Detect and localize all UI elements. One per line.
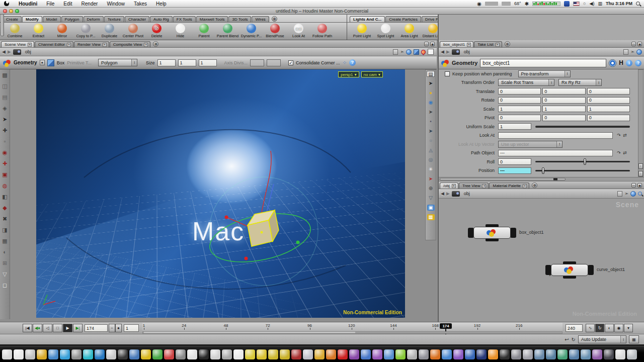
- left-tool-12-icon[interactable]: ◆: [2, 204, 9, 211]
- left-tool-6-icon[interactable]: ▫: [2, 138, 9, 145]
- scene-pane-tab-render-view[interactable]: Render View×: [74, 41, 109, 47]
- menu-houdini[interactable]: Houdini: [14, 1, 42, 7]
- temperature-reading[interactable]: 68°: [514, 1, 521, 6]
- network-context-icon[interactable]: [13, 49, 21, 55]
- dock-app-19-icon[interactable]: [222, 349, 232, 359]
- param-rotate-z-field[interactable]: 0: [587, 97, 630, 104]
- frame-decrement-button[interactable]: −: [109, 324, 115, 332]
- dock-app-50-icon[interactable]: [581, 349, 591, 359]
- right-tool-13-icon[interactable]: ▽: [427, 195, 434, 201]
- node-right-flags[interactable]: [510, 228, 516, 238]
- right-tool-10-icon[interactable]: ✳: [427, 166, 434, 172]
- dock-app-18-icon[interactable]: [210, 349, 220, 359]
- dock-app-40-icon[interactable]: [465, 349, 475, 359]
- shelf-tab-polygon[interactable]: Polygon: [61, 16, 83, 22]
- dock-app-46-icon[interactable]: [534, 349, 544, 359]
- dock-app-44-icon[interactable]: [511, 349, 521, 359]
- dock-app-48-icon[interactable]: [557, 349, 568, 359]
- dock-app-21-icon[interactable]: [245, 349, 255, 359]
- window-titlebar[interactable]: untitled.hip – Houdini Master Non-Commer…: [0, 8, 644, 15]
- tab-close-icon[interactable]: ×: [496, 43, 500, 47]
- shelf-tab-texture[interactable]: Texture: [104, 16, 124, 22]
- network-node-curve-object1[interactable]: curve_object1: [545, 262, 594, 278]
- points-cluster-icon[interactable]: ⁘: [343, 60, 347, 65]
- keyframe-button[interactable]: ◉: [614, 324, 623, 332]
- dock-app-38-icon[interactable]: [442, 349, 452, 359]
- dock-app-12-icon[interactable]: [141, 349, 151, 359]
- volume-icon[interactable]: ◀): [590, 1, 595, 6]
- shelf-left-add-tab-button[interactable]: ⊕: [272, 16, 277, 22]
- right-tool-14-icon[interactable]: ▣: [427, 205, 435, 211]
- timeline-scrollbar[interactable]: [142, 331, 562, 334]
- menu-edit[interactable]: Edit: [59, 1, 76, 7]
- node-body[interactable]: [473, 227, 511, 239]
- context-dropdown-button[interactable]: ▾: [40, 60, 45, 65]
- dock-app-5-icon[interactable]: [60, 349, 70, 359]
- left-tool-5-icon[interactable]: ✚: [2, 127, 9, 134]
- istat-icon[interactable]: ▥: [598, 1, 602, 6]
- primitive-mode-dropdown[interactable]: Polygon↕: [98, 59, 137, 66]
- undo-icon[interactable]: ↩: [565, 337, 569, 342]
- back-arrow-icon[interactable]: ◀: [2, 49, 6, 54]
- param-hscroll-thumb[interactable]: [440, 178, 566, 180]
- dock-app-0-icon[interactable]: [2, 349, 12, 359]
- position-field[interactable]: ---: [498, 167, 531, 174]
- position-slider-handle[interactable]: [542, 167, 544, 174]
- menu-window[interactable]: Window: [102, 1, 129, 7]
- history-button[interactable]: H: [619, 59, 623, 66]
- uniform-scale-slider[interactable]: [535, 126, 630, 128]
- network-pane-tab-obj[interactable]: /obj×: [440, 183, 458, 189]
- uniform-scale-field[interactable]: 1: [498, 123, 531, 130]
- dock-app-23-icon[interactable]: [268, 349, 278, 359]
- size-x-field[interactable]: 1: [157, 59, 176, 66]
- dock-app-41-icon[interactable]: [476, 349, 487, 359]
- prev-key-button[interactable]: ◀●: [33, 324, 42, 332]
- range-end-field[interactable]: 240: [566, 324, 583, 332]
- forward-arrow-icon[interactable]: ▶: [8, 49, 11, 54]
- dock-app-29-icon[interactable]: [338, 349, 348, 359]
- shelf-tab-fx-tools[interactable]: FX Tools: [173, 16, 196, 22]
- right-tool-15-icon[interactable]: ▦: [427, 214, 435, 220]
- dock-app-52-icon[interactable]: [604, 349, 614, 359]
- right-tool-5-icon[interactable]: •: [427, 119, 434, 125]
- path-object-node-chooser-icon[interactable]: ↷: [616, 150, 622, 156]
- dock-app-24-icon[interactable]: [280, 349, 290, 359]
- param-path-options-button[interactable]: [623, 49, 628, 55]
- toolbar-help-button[interactable]: ?: [349, 59, 356, 66]
- dock-app-26-icon[interactable]: [303, 349, 313, 359]
- param-pane-add-tab-button[interactable]: ⊕: [505, 41, 510, 47]
- path-object-field[interactable]: ---: [498, 150, 613, 156]
- dock-app-20-icon[interactable]: [233, 349, 244, 359]
- left-tool-14-icon[interactable]: ◨: [2, 226, 9, 233]
- network-pin-icon[interactable]: ➣: [624, 191, 628, 196]
- shelf-tool-mirror[interactable]: Mirror: [50, 24, 74, 40]
- network-pane-add-tab-button[interactable]: ⊕: [532, 183, 537, 188]
- dock-app-10-icon[interactable]: [118, 349, 128, 359]
- shelf-tool-blendpose[interactable]: BlendPose: [263, 24, 287, 40]
- apple-menu-icon[interactable]: [4, 1, 9, 6]
- right-tool-9-icon[interactable]: ◎: [427, 157, 434, 163]
- shelf-tool-area-light[interactable]: Area Light: [397, 24, 421, 40]
- current-frame-field[interactable]: 174: [85, 324, 108, 332]
- shelf-tab-model[interactable]: Model: [43, 16, 61, 22]
- dock-app-45-icon[interactable]: [523, 349, 533, 359]
- network-node-box-object1[interactable]: box_object1: [468, 225, 516, 240]
- dock-app-25-icon[interactable]: [291, 349, 301, 359]
- network-pane-tab-material-palette[interactable]: Material Palette×: [489, 183, 529, 189]
- look-at-node-chooser-icon[interactable]: ↷: [616, 132, 622, 138]
- snap-marker-icon[interactable]: [420, 49, 427, 55]
- dock-app-11-icon[interactable]: [129, 349, 139, 359]
- param-scale-y-field[interactable]: 1: [542, 106, 585, 112]
- param-context-icon[interactable]: [452, 49, 460, 55]
- right-tool-8-icon[interactable]: ◬: [427, 147, 434, 153]
- tab-close-icon[interactable]: ×: [103, 43, 107, 47]
- shelf-tool-combine[interactable]: Combine: [3, 24, 27, 40]
- scene-path[interactable]: obj: [23, 49, 391, 55]
- dock-app-33-icon[interactable]: [384, 349, 394, 359]
- dock-app-27-icon[interactable]: [314, 349, 325, 359]
- app-status-icon[interactable]: [564, 1, 570, 7]
- roll-field[interactable]: 0: [498, 158, 531, 165]
- param-scale-z-field[interactable]: 1: [587, 106, 630, 112]
- consolidate-checkbox[interactable]: ✓: [288, 60, 293, 65]
- play-reverse-button[interactable]: ◁: [43, 324, 52, 332]
